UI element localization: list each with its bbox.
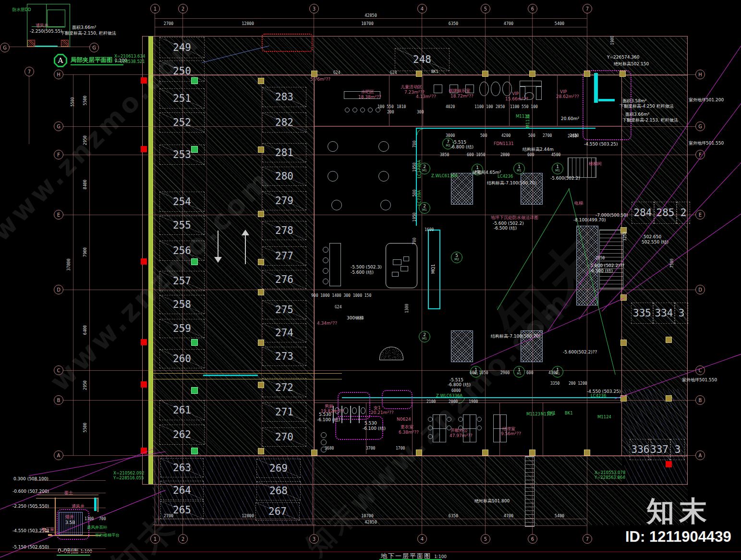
grid-bubble-left: F bbox=[54, 150, 63, 159]
circle-tag-sub: M1 bbox=[422, 337, 427, 341]
annotation: 1100 100 bbox=[474, 105, 493, 110]
grid-line-horizontal bbox=[63, 126, 696, 127]
parking-stall: 275 bbox=[262, 300, 306, 319]
annotation: 面积3.66m² bbox=[72, 25, 96, 30]
annotation: 经理室 bbox=[502, 426, 515, 431]
column-marker-tan bbox=[311, 450, 317, 456]
bar-stool bbox=[352, 108, 357, 112]
annotation: 面积3.58m² bbox=[622, 98, 646, 103]
annotation: -4.550 (503.25) bbox=[584, 142, 618, 146]
parking-stall: 257 bbox=[159, 271, 205, 291]
column-marker-tan bbox=[584, 450, 590, 456]
annotation: 3850 bbox=[440, 153, 449, 158]
grid-bubble-top: 4 bbox=[417, 4, 427, 13]
dim-line bbox=[155, 27, 587, 27]
annotation: -7.000(500.50) bbox=[595, 213, 628, 218]
annotation: -6.800 (结) bbox=[448, 382, 471, 387]
column-marker-red bbox=[141, 258, 147, 265]
annotation: 500 bbox=[480, 134, 487, 138]
section-title-underline bbox=[57, 555, 90, 556]
annotation: Z.WLC6136A bbox=[431, 174, 458, 179]
annotation: BK1 bbox=[565, 411, 573, 416]
annotation: VIP bbox=[560, 89, 567, 94]
grid-line-vertical bbox=[532, 12, 533, 534]
parking-stall: 258 bbox=[159, 295, 205, 314]
grid-bubble-right: B bbox=[695, 395, 705, 405]
annotation: 700 bbox=[413, 141, 417, 147]
annotation: 2800 bbox=[500, 153, 510, 158]
annotation: 3680 bbox=[325, 447, 334, 451]
annotation: 2000 bbox=[449, 400, 458, 404]
annotation: 地坪下沉处防水做法详图 bbox=[491, 215, 538, 220]
annotation: 1810 bbox=[397, 105, 406, 110]
section-wall bbox=[55, 498, 56, 535]
annotation: LC4236 bbox=[591, 394, 606, 399]
parking-stall: 278 bbox=[262, 221, 306, 240]
dim-line bbox=[155, 519, 587, 519]
grid-line-horizontal bbox=[63, 74, 696, 75]
lounge-chair bbox=[502, 82, 512, 96]
grid-bubble-right: E bbox=[695, 210, 705, 219]
grid-bubble-bottom: 2 bbox=[178, 534, 188, 544]
dim-text-vertical: 2950 bbox=[83, 380, 87, 390]
grid-bubble-top: 7 bbox=[583, 4, 592, 13]
annotation: 502.550 (结) bbox=[642, 240, 668, 244]
column-marker-tan bbox=[620, 340, 627, 346]
toilet-fixture bbox=[361, 407, 365, 414]
wall-partition bbox=[423, 75, 423, 126]
grid-bubble-left: C bbox=[54, 365, 63, 375]
office-chair bbox=[477, 426, 482, 430]
annotation: 7500 bbox=[670, 258, 675, 268]
brand-id: ID: 1211904439 bbox=[625, 528, 731, 546]
grid-bubble-top: 3 bbox=[309, 4, 319, 13]
annotation: 楼梯间 bbox=[589, 161, 602, 166]
annotation: 3350 bbox=[550, 382, 559, 386]
parking-stall: 282 bbox=[262, 112, 306, 133]
parking-stall: 272 bbox=[262, 378, 306, 397]
dim-text-vertical: 7900 bbox=[83, 247, 87, 257]
ramp-arrow-down-head bbox=[214, 257, 222, 263]
column-marker-tan bbox=[258, 146, 264, 153]
circle-tag-sub: M2 bbox=[454, 258, 459, 261]
wall-partition bbox=[557, 75, 558, 126]
annotation: LC4236 bbox=[498, 174, 513, 179]
wall-outer-top bbox=[142, 36, 688, 37]
detail-duct-inner bbox=[47, 10, 65, 27]
annotation: 3000 bbox=[446, 134, 455, 138]
model-item bbox=[403, 256, 409, 261]
parking-stall: 267 bbox=[255, 502, 300, 521]
chair bbox=[323, 247, 328, 253]
annotation: 500 bbox=[528, 134, 535, 138]
annotation: 室外地坪501.550 bbox=[682, 377, 717, 382]
annotation: X=210613.634 bbox=[114, 54, 145, 59]
dim-text-vertical: 6400 bbox=[83, 325, 87, 335]
grid-bubble-bottom: 3 bbox=[309, 534, 319, 544]
dim-text: 4700 bbox=[504, 21, 513, 26]
annotation: 9.56m²?? bbox=[501, 431, 521, 436]
toilet-partition bbox=[359, 406, 360, 423]
grid-bubble-right: H bbox=[695, 70, 705, 79]
grid-bubble-left: A bbox=[54, 450, 63, 460]
parking-stall: 274 bbox=[262, 323, 306, 342]
circle-tag: 1M1 bbox=[552, 163, 563, 174]
column-marker-green bbox=[191, 339, 198, 346]
annotation: -5.515 bbox=[449, 377, 463, 382]
revision-cloud bbox=[382, 390, 413, 409]
annotation: 4500 bbox=[551, 153, 560, 158]
column-marker-green bbox=[191, 146, 198, 153]
grid-line-vertical bbox=[314, 12, 314, 534]
annotation: 900 1000 1400 300 1000 150 bbox=[311, 294, 371, 298]
model-item bbox=[393, 259, 401, 265]
annotation: -6.500 (结) bbox=[494, 226, 517, 231]
chair bbox=[323, 279, 328, 284]
detail-column bbox=[61, 40, 69, 47]
parking-stall: 265 bbox=[160, 501, 204, 519]
wall-outer-right bbox=[687, 36, 688, 484]
grid-bubble-left: B bbox=[54, 395, 63, 405]
annotation: 1950 bbox=[413, 212, 417, 221]
annotation: 15.66m²?? bbox=[505, 97, 528, 101]
annotation: 1100 550 100 bbox=[510, 105, 538, 110]
dim-text-vertical: 2950 bbox=[83, 135, 87, 145]
ramp-arrow-up bbox=[245, 235, 246, 264]
annotation: 1700 bbox=[396, 447, 405, 451]
